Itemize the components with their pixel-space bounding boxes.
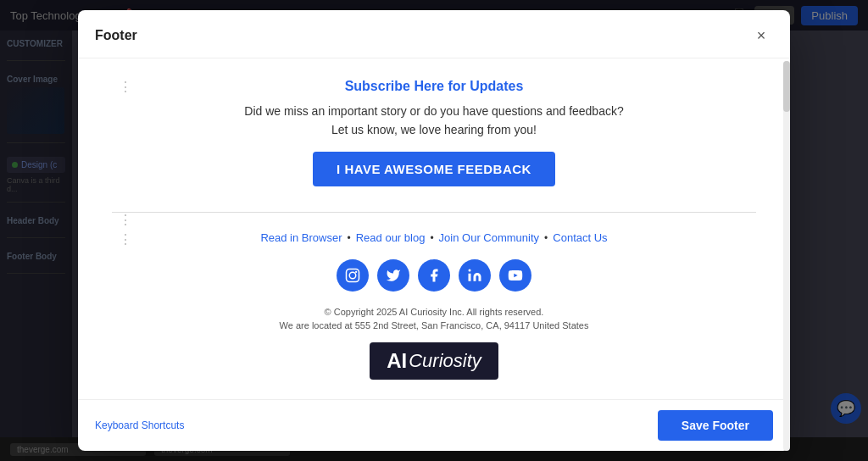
divider-section: ⋮ (112, 212, 756, 231)
drag-handle-divider[interactable]: ⋮ (119, 212, 132, 228)
modal-header: Footer × (78, 10, 790, 58)
keyboard-shortcuts-link[interactable]: Keyboard Shortcuts (95, 419, 184, 431)
nav-link-community[interactable]: Join Our Community (439, 231, 539, 244)
linkedin-icon[interactable] (459, 259, 491, 292)
nav-link-browser[interactable]: Read in Browser (260, 231, 342, 244)
footer-modal: Footer × ⋮ Subscribe Here for Updates Di… (78, 10, 790, 451)
dot-2: • (430, 232, 433, 244)
nav-link-contact[interactable]: Contact Us (553, 231, 607, 244)
dot-3: • (544, 232, 548, 244)
twitter-icon[interactable] (377, 259, 409, 292)
svg-point-2 (355, 271, 357, 273)
svg-point-4 (469, 269, 471, 272)
links-social-section: ⋮ Read in Browser • Read our blog • Join… (112, 231, 756, 380)
drag-handle-links[interactable]: ⋮ (119, 231, 132, 247)
svg-rect-3 (469, 274, 471, 281)
subscribe-section: ⋮ Subscribe Here for Updates Did we miss… (112, 79, 756, 205)
copyright-line-1: © Copyright 2025 AI Curiosity Inc. All r… (325, 307, 544, 317)
subscribe-heading: Subscribe Here for Updates (345, 79, 524, 94)
close-button[interactable]: × (749, 24, 773, 47)
brand-logo: AI Curiosity (370, 342, 498, 380)
drag-handle-subscribe[interactable]: ⋮ (119, 79, 132, 95)
section-divider (112, 212, 756, 213)
body-text-1: Did we miss an important story or do you… (244, 104, 623, 118)
brand-ai-text: AI (387, 349, 407, 373)
feedback-button[interactable]: I HAVE AWESOME FEEDBACK (313, 152, 555, 186)
social-icons (337, 259, 531, 292)
dot-1: • (348, 232, 351, 244)
scrollbar-track[interactable] (783, 61, 790, 451)
scrollbar-thumb[interactable] (783, 61, 790, 112)
modal-title: Footer (95, 28, 137, 43)
modal-body: ⋮ Subscribe Here for Updates Did we miss… (78, 58, 790, 399)
modal-footer-bar: Keyboard Shortcuts Save Footer (78, 399, 790, 451)
modal-overlay: Footer × ⋮ Subscribe Here for Updates Di… (0, 0, 868, 461)
svg-rect-0 (347, 269, 359, 282)
instagram-icon[interactable] (337, 259, 369, 292)
nav-link-blog[interactable]: Read our blog (356, 231, 426, 244)
svg-point-1 (349, 272, 356, 279)
nav-links: Read in Browser • Read our blog • Join O… (260, 231, 607, 244)
brand-curiosity-text: Curiosity (409, 350, 481, 372)
facebook-icon[interactable] (418, 259, 450, 292)
youtube-icon[interactable] (499, 259, 531, 292)
body-text-2: Let us know, we love hearing from you! (331, 123, 537, 136)
copyright-line-2: We are located at 555 2nd Street, San Fr… (280, 320, 589, 330)
save-footer-button[interactable]: Save Footer (658, 410, 773, 441)
